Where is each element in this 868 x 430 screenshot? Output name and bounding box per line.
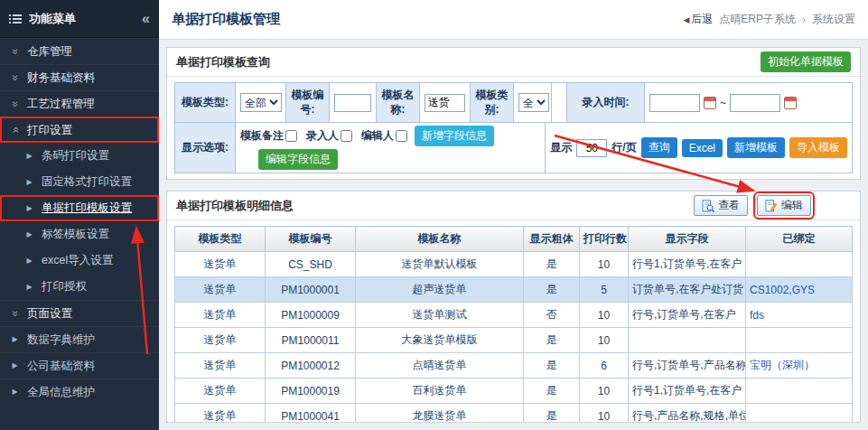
cell-name: 大象送货单模版 <box>356 328 524 353</box>
table-row[interactable]: 送货单PM1000012点晴送货单是6行号,订货单号,产品名称宝明（深圳） <box>175 353 853 379</box>
app-window: { "colors": { "sidebar_bg": "#222e3e", "… <box>0 0 868 430</box>
options-line-2: 编辑字段信息 <box>258 149 338 170</box>
checkbox-input[interactable] <box>341 130 352 142</box>
cell-name: 送货单测试 <box>356 303 524 328</box>
sidebar-item[interactable]: ▶excel导入设置 <box>0 248 159 274</box>
cell-code: PM1000011 <box>266 328 356 353</box>
sidebar-nav: »仓库管理»财务基础资料»工艺过程管理»打印设置▶条码打印设置▶固定格式打印设置… <box>0 38 159 430</box>
table-row[interactable]: 送货单PM1000041龙膜送货单是10行号,产品名称,规格,单位 <box>175 404 853 423</box>
cell-lines: 6 <box>580 353 629 379</box>
display-option-checkbox[interactable]: 模板备注 <box>240 128 297 144</box>
sidebar-item[interactable]: ▶打印授权 <box>0 274 159 300</box>
calendar-icon[interactable] <box>784 97 797 109</box>
column-header: 显示粗体 <box>524 227 580 252</box>
breadcrumb-current[interactable]: 系统设置 <box>812 12 855 27</box>
new-template-button[interactable]: 新增模板 <box>727 137 785 158</box>
sidebar-item-label: 标签模板设置 <box>42 227 109 242</box>
arrow-right-icon: ▶ <box>23 257 35 265</box>
cell-lines: 10 <box>580 328 629 353</box>
arrow-right-icon: ▶ <box>23 179 35 186</box>
query-panel-title: 单据打印模板查询 <box>176 54 270 70</box>
search-button[interactable]: 查询 <box>641 137 677 158</box>
cell-fields: 行号,订货单号,在客户 <box>629 303 746 328</box>
sidebar-item[interactable]: »工艺过程管理 <box>0 90 159 117</box>
breadcrumb-parent[interactable]: 点晴ERP子系统 <box>719 12 796 27</box>
rows-suffix: 行/页 <box>611 140 636 155</box>
cell-bold: 是 <box>524 404 580 423</box>
sidebar-item-label: 打印设置 <box>27 123 72 138</box>
cell-fields <box>629 328 746 353</box>
excel-button[interactable]: Excel <box>682 139 723 157</box>
sidebar-item[interactable]: ▶条码打印设置 <box>0 143 159 169</box>
sidebar-item-label: excel导入设置 <box>42 253 113 268</box>
detail-panel-head: 单据打印模板明细信息 查看 <box>167 192 860 220</box>
cell-fields: 行号1,订货单号,在客户 <box>629 252 746 277</box>
init-template-button[interactable]: 初始化单据模板 <box>761 51 851 72</box>
sidebar-item[interactable]: ▶数据字典维护 <box>0 326 159 352</box>
table-row[interactable]: 送货单PM1000019百利送货单是10行号1,订货单号,在客户 <box>175 379 853 404</box>
sidebar-item[interactable]: ▶全局信息维护 <box>0 379 159 405</box>
entry-time-end-input[interactable] <box>730 94 780 112</box>
query-form-row-1: 模板类型: 全部 模板编号: 模板名称: 模板类别: <box>174 82 853 123</box>
templates-table: 模板类型模板编号模板名称显示粗体打印行数显示字段已绑定 送货单CS_SHD送货单… <box>174 226 853 422</box>
calendar-icon[interactable] <box>704 97 716 109</box>
template-type-select[interactable]: 全部 <box>240 93 282 112</box>
add-field-info-button[interactable]: 新增字段信息 <box>415 126 494 146</box>
sidebar-item[interactable]: »财务基础资料 <box>0 64 159 90</box>
table-header-row: 模板类型模板编号模板名称显示粗体打印行数显示字段已绑定 <box>175 227 853 252</box>
edit-button[interactable]: 编辑 <box>757 195 811 216</box>
import-template-button[interactable]: 导入模板 <box>789 137 847 158</box>
checkbox-input[interactable] <box>285 130 297 142</box>
template-name-input[interactable] <box>425 94 465 112</box>
chevron-down-icon: » <box>10 308 21 320</box>
sidebar-collapse-icon[interactable]: « <box>142 11 150 27</box>
menu-list-icon <box>9 14 22 24</box>
cell-type: 送货单 <box>175 404 266 423</box>
sidebar-item[interactable]: »打印设置 <box>0 117 159 143</box>
template-type-cell: 全部 <box>235 83 285 122</box>
template-no-input[interactable] <box>334 94 371 112</box>
display-option-checkbox[interactable]: 编辑人 <box>361 128 407 144</box>
edit-field-info-button[interactable]: 编辑字段信息 <box>258 149 338 170</box>
display-option-checkbox[interactable]: 录入人 <box>306 128 352 144</box>
checkbox-input[interactable] <box>396 130 407 142</box>
cell-lines: 5 <box>580 277 629 303</box>
column-header: 打印行数 <box>580 227 629 252</box>
table-row[interactable]: 送货单PM1000009送货单测试否10行号,订货单号,在客户fds <box>175 303 853 328</box>
sidebar-item[interactable]: ▶公司基础资料 <box>0 352 159 379</box>
sidebar-item[interactable]: »仓库管理 <box>0 38 159 64</box>
chevron-down-icon: » <box>10 98 21 110</box>
sidebar-item[interactable]: ▶标签模板设置 <box>0 221 159 248</box>
checkbox-label: 模板备注 <box>240 128 284 144</box>
table-row[interactable]: 送货单PM1000011大象送货单模版是10 <box>175 328 853 353</box>
sidebar-item[interactable]: »页面设置 <box>0 300 159 326</box>
cell-code: PM1000001 <box>266 277 356 303</box>
arrow-right-icon: ▶ <box>23 205 35 212</box>
breadcrumb: ◀ 后退 点晴ERP子系统 › 系统设置 <box>683 12 855 27</box>
template-no-label: 模板编号: <box>285 83 329 122</box>
template-name-label: 模板名称: <box>376 83 419 122</box>
sidebar-item[interactable]: ▶单据打印模板设置 <box>0 195 159 221</box>
sidebar: 功能菜单 « »仓库管理»财务基础资料»工艺过程管理»打印设置▶条码打印设置▶固… <box>0 0 159 430</box>
list-actions-cell: 显示 行/页 查询 Excel 新增模板 导入模板 <box>545 123 852 173</box>
cell-code: PM1000009 <box>266 303 356 328</box>
chevron-down-icon: » <box>10 46 21 58</box>
entry-time-start-input[interactable] <box>649 94 700 112</box>
table-row[interactable]: 送货单CS_SHD送货单默认模板是10行号1,订货单号,在客户 <box>175 252 853 277</box>
rows-per-page-input[interactable] <box>576 139 607 157</box>
sidebar-item-label: 固定格式打印设置 <box>42 174 132 190</box>
entry-time-cell: ~ <box>644 83 852 122</box>
view-button[interactable]: 查看 <box>694 195 748 216</box>
cell-type: 送货单 <box>175 277 266 303</box>
sidebar-item[interactable]: ▶固定格式打印设置 <box>0 169 159 195</box>
back-button[interactable]: ◀ 后退 <box>683 12 713 27</box>
template-category-cell: 全 <box>513 83 551 122</box>
label-text: 模板类型: <box>182 96 229 110</box>
table-row[interactable]: 送货单PM1000001超声送货单是5订货单号,在客户处订货CS1002,GYS <box>175 277 853 303</box>
page-title: 单据打印模板管理 <box>172 11 280 28</box>
arrow-right-icon: ▶ <box>9 362 21 369</box>
template-category-select[interactable]: 全 <box>518 93 549 112</box>
cell-bound: 宝明（深圳） <box>746 353 853 379</box>
sidebar-item-label: 仓库管理 <box>27 44 72 60</box>
cell-bold: 否 <box>524 303 580 328</box>
